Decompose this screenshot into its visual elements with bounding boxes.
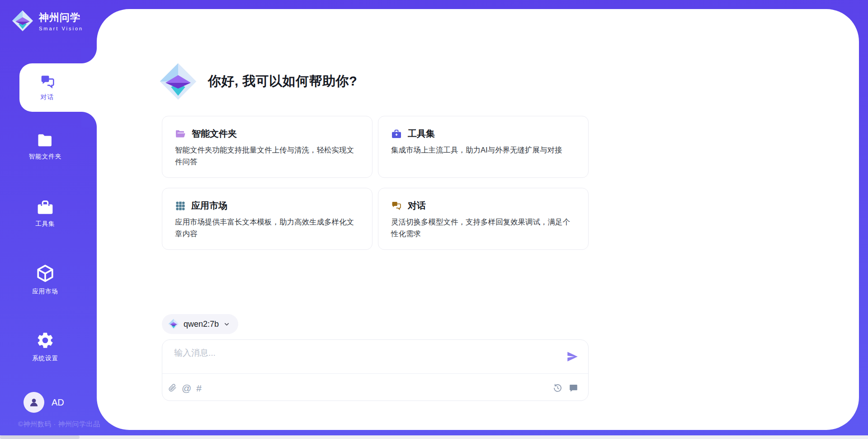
history-icon[interactable]	[553, 383, 562, 393]
sidebar-item-label: 系统设置	[32, 354, 58, 363]
folder-icon	[36, 133, 54, 148]
sidebar-item-chat[interactable]: 对话	[19, 63, 97, 112]
brand-name: 神州问学	[39, 11, 83, 24]
copyright-text: ©神州数码 · 神州问学出品	[18, 420, 100, 429]
avatar	[24, 392, 44, 413]
card-title: 应用市场	[191, 200, 227, 212]
composer-tools-left: @ #	[168, 379, 202, 397]
sidebar-item-label: 智能文件夹	[29, 153, 62, 161]
sidebar-item-label: 工具集	[35, 220, 55, 228]
message-input[interactable]	[174, 347, 557, 371]
briefcase-icon	[391, 129, 402, 139]
feature-cards: 智能文件夹 智能文件夹功能支持批量文件上传与清洗，轻松实现文件问答 工具集 集成…	[162, 116, 589, 250]
chevron-down-icon	[223, 321, 230, 328]
sidebar-item-toolset[interactable]: 工具集	[0, 197, 90, 230]
assistant-logo-icon	[159, 62, 197, 100]
card-title: 工具集	[408, 128, 435, 140]
card-app-market[interactable]: 应用市场 应用市场提供丰富长文本模板，助力高效生成多样化文章内容	[162, 188, 373, 250]
brand-logo-icon	[12, 10, 33, 32]
sidebar-item-app-market[interactable]: 应用市场	[0, 263, 90, 296]
sessions-chat-icon[interactable]	[569, 383, 578, 393]
model-name: qwen2:7b	[184, 320, 219, 329]
card-description: 智能文件夹功能支持批量文件上传与清洗，轻松实现文件问答	[175, 144, 354, 167]
topic-hash-icon[interactable]: #	[196, 383, 202, 393]
card-description: 集成市场上主流工具，助力AI与外界无缝扩展与对接	[391, 144, 570, 156]
sidebar-item-settings[interactable]: 系统设置	[0, 330, 90, 363]
message-composer: @ #	[162, 339, 589, 401]
sidebar-item-label: 应用市场	[32, 287, 58, 296]
brand-subtitle: Smart Vision	[39, 26, 83, 31]
card-title: 智能文件夹	[192, 128, 237, 140]
composer-divider	[162, 373, 588, 374]
grid-icon	[175, 200, 185, 211]
send-icon[interactable]	[566, 350, 579, 363]
chat-icon	[39, 74, 56, 89]
card-title: 对话	[408, 200, 426, 212]
card-chat[interactable]: 对话 灵活切换多模型文件，支持多样回复效果调试，满足个性化需求	[378, 188, 589, 250]
mention-icon[interactable]: @	[182, 383, 191, 393]
card-toolset[interactable]: 工具集 集成市场上主流工具，助力AI与外界无缝扩展与对接	[378, 116, 589, 178]
gear-icon	[36, 331, 55, 350]
user-initials: AD	[52, 397, 64, 408]
model-logo-icon	[168, 319, 179, 329]
sidebar-item-smart-folder[interactable]: 智能文件夹	[0, 130, 90, 163]
model-selector[interactable]: qwen2:7b	[162, 314, 238, 334]
scrollbar-thumb[interactable]	[0, 435, 80, 439]
greeting: 你好, 我可以如何帮助你?	[159, 62, 357, 100]
person-icon	[28, 396, 40, 408]
horizontal-scrollbar[interactable]	[0, 435, 868, 439]
chat-icon	[391, 201, 402, 211]
folder-open-icon	[175, 129, 186, 139]
composer-tools-right	[553, 379, 578, 397]
sidebar-item-label: 对话	[41, 93, 54, 101]
toolbox-icon	[36, 199, 54, 215]
card-description: 应用市场提供丰富长文本模板，助力高效生成多样化文章内容	[175, 216, 354, 239]
attach-file-icon[interactable]	[168, 383, 177, 393]
greeting-text: 你好, 我可以如何帮助你?	[208, 72, 357, 91]
user-profile[interactable]: AD	[24, 392, 64, 413]
brand: 神州问学 Smart Vision	[12, 10, 83, 32]
cube-icon	[36, 264, 55, 283]
card-smart-folder[interactable]: 智能文件夹 智能文件夹功能支持批量文件上传与清洗，轻松实现文件问答	[162, 116, 373, 178]
sidebar: 神州问学 Smart Vision 对话 智能文件夹 工具集 应用市场	[0, 0, 97, 439]
card-description: 灵活切换多模型文件，支持多样回复效果调试，满足个性化需求	[391, 216, 570, 239]
